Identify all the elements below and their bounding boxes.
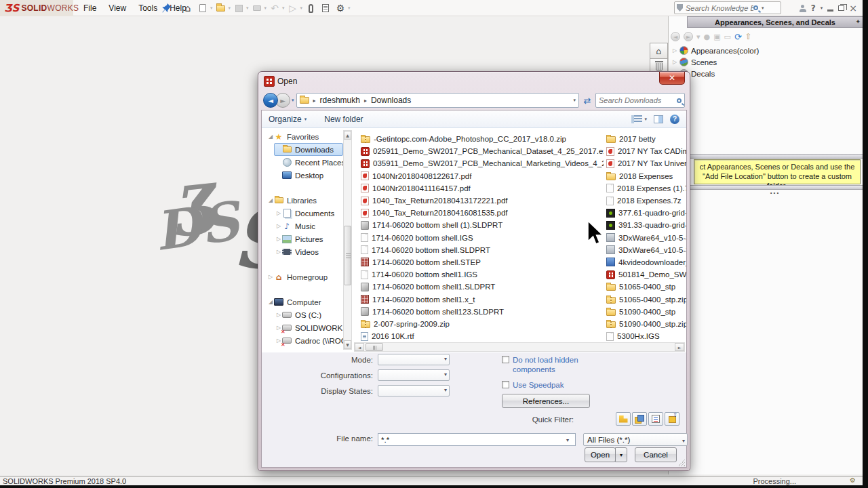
file-item[interactable]: 377.61-quadro-grid-de [606, 207, 686, 219]
file-item[interactable]: 1714-06020 bottom shell1.SLDPRT [361, 281, 604, 293]
file-item[interactable]: 025911_Demo_SW2017_PCB_Mechanical_Datase… [361, 145, 604, 157]
new-document-icon[interactable] [196, 1, 210, 15]
task-pane-splitter-bottom[interactable] [687, 185, 863, 190]
nav-item-os-c-[interactable]: ▷OS (C:) [266, 308, 343, 321]
nav-item-cadroc-roc-se[interactable]: ▷Cadroc (\\ROC-SE [266, 334, 343, 347]
dialog-title-bar[interactable]: Open ✕ [258, 72, 690, 91]
recent-locations-dropdown-icon[interactable]: ▾ [292, 98, 294, 103]
tree-item-scenes[interactable]: ▷Scenes [673, 56, 859, 68]
file-item[interactable]: -Getintopc.com-Adobe_Photoshop_CC_2017_v… [361, 133, 604, 145]
expander-icon[interactable]: ▷ [275, 249, 282, 255]
home-icon[interactable]: ⌂ [181, 1, 195, 15]
quick-filter-drawing-filter-icon[interactable] [648, 412, 663, 426]
file-item[interactable]: 2017 betty [606, 133, 686, 145]
pin-menu-icon[interactable] [161, 3, 172, 14]
file-item[interactable]: 391.33-quadro-grid-de [606, 219, 686, 231]
expander-icon[interactable]: ▷ [275, 312, 282, 318]
help-icon[interactable]: ? [811, 3, 816, 13]
refresh-icon[interactable]: ⟳ [734, 32, 742, 42]
close-button[interactable]: × [849, 3, 857, 14]
new-document-icon-dropdown[interactable]: ▾ [210, 5, 213, 11]
expander-icon[interactable]: ▷ [275, 223, 282, 229]
restore-button[interactable] [838, 5, 844, 11]
breadcrumb[interactable]: ▸ rdeshmukh ▸ Downloads ▾ [296, 93, 579, 108]
search-dropdown-icon[interactable]: ▾ [762, 5, 764, 11]
quick-filter-part-filter-icon[interactable] [616, 412, 631, 426]
scroll-right-icon[interactable]: ► [675, 343, 684, 351]
expander-icon[interactable]: ◢ [267, 134, 274, 140]
file-item[interactable]: 1040Nr20180408122617.pdf [361, 170, 604, 182]
file-name-input[interactable] [378, 433, 576, 446]
tree-item-appearances-color-[interactable]: ▷Appearances(color) [673, 45, 859, 56]
dialog-search-input[interactable] [599, 96, 677, 104]
expander-icon[interactable]: ▷ [275, 210, 282, 216]
file-item[interactable]: 1040_Tax_Return20180416081535.pdf [361, 207, 604, 219]
open-split-dropdown-icon[interactable]: ▾ [615, 447, 627, 462]
mode-select[interactable] [378, 354, 450, 365]
knowledge-base-search-input[interactable] [686, 4, 753, 12]
expander-icon[interactable]: ▷ [673, 59, 679, 65]
quick-filter-toplevel-assembly-filter-icon[interactable] [665, 412, 679, 426]
refresh-icon[interactable]: ⇄ [580, 93, 594, 108]
nav-item-solidworks-ele[interactable]: ▷SOLIDWORKS Ele [266, 321, 343, 334]
open-button[interactable]: Open [585, 447, 616, 462]
do-not-load-hidden-checkbox[interactable] [502, 356, 509, 363]
breadcrumb-downloads[interactable]: Downloads [371, 96, 411, 105]
file-item[interactable]: 1714-06020 bottom shell (1).SLDPRT [361, 219, 604, 231]
scroll-left-icon[interactable]: ◄ [355, 343, 364, 351]
file-item[interactable]: 501814_Demo_SW2019 [606, 268, 686, 281]
open-folder-icon-dropdown[interactable]: ▾ [229, 5, 231, 11]
nav-item-homegroup[interactable]: ▷Homegroup [266, 270, 343, 283]
dialog-help-icon[interactable]: ? [670, 115, 679, 124]
splitter-grip-dots[interactable]: ••• [687, 190, 863, 196]
nav-item-downloads[interactable]: Downloads [266, 143, 343, 156]
file-item[interactable]: 51065-0400_stp.zip [606, 293, 686, 305]
expander-icon[interactable]: ◢ [267, 299, 274, 305]
home-tab-button[interactable]: ⌂ [650, 43, 668, 59]
login-user-icon[interactable] [800, 5, 806, 12]
nav-item-computer[interactable]: ◢Computer [266, 296, 343, 308]
expander-icon[interactable]: ▷ [267, 274, 274, 280]
cancel-button[interactable]: Cancel [635, 447, 677, 462]
quick-filter-assembly-filter-icon[interactable] [632, 412, 647, 426]
task-pane-pin-icon[interactable]: ✦ [855, 18, 861, 25]
nav-scrollbar[interactable]: ▲ ▼ [343, 130, 352, 350]
file-item[interactable]: 2018 Expenses [606, 170, 686, 182]
search-icon[interactable] [677, 98, 682, 103]
task-pane-header[interactable]: Appearances, Scenes, and Decals ✦ [687, 16, 863, 28]
file-item[interactable]: 4kvideodownloader_4.4 [606, 256, 686, 268]
file-item[interactable]: 51065-0400_stp [606, 281, 686, 293]
dialog-search-box[interactable] [595, 93, 685, 108]
expander-icon[interactable]: ▷ [275, 236, 282, 242]
file-item[interactable]: 1714-06020 bottom shell123.SLDPRT [361, 306, 604, 318]
nav-item-documents[interactable]: ▷Documents [266, 207, 343, 220]
options-gear-icon-dropdown[interactable]: ▾ [348, 5, 351, 11]
file-item[interactable]: 3DxWare64_v10-5-3_r2 [606, 232, 686, 244]
nav-item-music[interactable]: ▷Music [266, 220, 343, 232]
file-item[interactable]: 2017 NY Tax Universal I [606, 157, 686, 169]
up-icon[interactable]: ⇧ [745, 32, 752, 41]
breadcrumb-user[interactable]: rdeshmukh [320, 96, 360, 105]
nav-item-favorites[interactable]: ◢Favorites [266, 130, 343, 143]
search-icon[interactable] [753, 5, 758, 10]
menu-view[interactable]: View [102, 0, 132, 16]
nav-item-videos[interactable]: ▷Videos [266, 245, 343, 258]
file-item[interactable]: 51090-0400_stp.zip [606, 318, 686, 330]
dialog-close-button[interactable]: ✕ [659, 72, 685, 85]
file-name-dropdown-icon[interactable]: ▾ [566, 437, 569, 443]
file-item[interactable]: 1714-06020 bottom shell.SLDPRT [361, 244, 604, 256]
organize-button[interactable]: Organize▾ [269, 115, 307, 124]
open-folder-icon[interactable] [214, 1, 228, 15]
file-properties-icon[interactable] [319, 1, 332, 15]
horizontal-scrollbar-thumb[interactable] [366, 343, 383, 351]
nav-item-desktop[interactable]: Desktop [266, 169, 343, 182]
display-states-select[interactable] [378, 385, 450, 396]
scroll-up-icon[interactable]: ▲ [344, 131, 351, 140]
do-not-load-hidden-label[interactable]: Do not load hidden components [513, 355, 587, 374]
configurations-select[interactable] [378, 369, 450, 381]
back-button[interactable]: ◄ [263, 93, 278, 108]
menu-tools[interactable]: Tools [132, 0, 163, 16]
file-item[interactable]: 2018 Expenses (1).7z [606, 182, 686, 195]
horizontal-scrollbar[interactable]: ◄ ► [354, 342, 685, 352]
references-button[interactable]: References... [502, 394, 590, 408]
